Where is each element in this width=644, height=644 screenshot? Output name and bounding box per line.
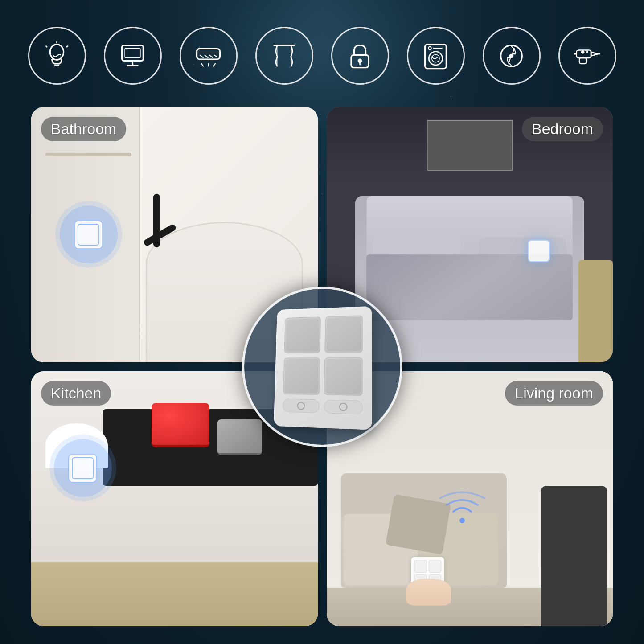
- hand: [406, 579, 451, 606]
- switch-icon-kitchen: [68, 454, 97, 483]
- device-btn-right: [324, 399, 362, 414]
- svg-point-23: [358, 59, 362, 63]
- bathroom-label: Bathroom: [41, 117, 126, 141]
- living-room-label: Living room: [505, 381, 603, 406]
- svg-point-38: [459, 518, 465, 523]
- drill-icon: [558, 27, 616, 85]
- svg-line-5: [66, 45, 68, 47]
- bedroom-label: Bedroom: [522, 117, 603, 141]
- svg-line-14: [209, 55, 213, 57]
- svg-line-13: [205, 55, 209, 57]
- svg-point-31: [509, 54, 513, 58]
- washer-icon: [407, 27, 465, 85]
- bathroom-shelf: [45, 153, 131, 156]
- kitchen-cabinet-front: [31, 562, 318, 626]
- nightstand: [578, 260, 613, 362]
- power-outlet-icon: [483, 27, 541, 85]
- held-switch-btn-2: [429, 560, 442, 573]
- lock-icon: [331, 27, 389, 85]
- center-device-circle: [242, 287, 402, 447]
- device-btn-left: [282, 398, 319, 413]
- wifi-signal-indicator: [435, 483, 489, 529]
- device-button-grid: [282, 315, 363, 420]
- bathroom-switch-indicator: [60, 205, 118, 263]
- device-slot-3: [283, 357, 320, 395]
- bedroom-switch-indicator: [528, 240, 550, 262]
- hand-with-switch: [406, 579, 451, 606]
- bulb-icon: [28, 27, 86, 85]
- bedroom-art: [427, 120, 513, 171]
- svg-point-36: [582, 50, 585, 53]
- kitchen-label: Kitchen: [41, 381, 111, 406]
- svg-rect-33: [579, 57, 586, 63]
- kitchen-pulse-ring: [54, 439, 112, 497]
- device-slot-1: [284, 316, 320, 353]
- icon-row: [31, 18, 613, 94]
- bed-cover: [366, 254, 573, 321]
- device-slot-4: [324, 357, 363, 395]
- monitor-icon: [104, 27, 162, 85]
- room-grid: Bathroom Bedroom: [31, 107, 613, 626]
- device-panel: [273, 306, 372, 430]
- device-button-row: [282, 398, 362, 420]
- svg-line-18: [213, 63, 215, 66]
- main-container: Bathroom Bedroom: [0, 0, 644, 644]
- device-slot-2: [324, 315, 363, 353]
- svg-point-0: [50, 44, 63, 60]
- red-pot: [152, 403, 209, 447]
- svg-line-4: [46, 45, 47, 47]
- dark-chair: [541, 486, 607, 626]
- svg-point-37: [586, 51, 588, 53]
- ac-icon: [180, 27, 238, 85]
- svg-point-28: [428, 46, 431, 49]
- svg-line-16: [201, 63, 203, 66]
- silver-pot: [217, 419, 262, 455]
- pulse-ring: [60, 205, 118, 263]
- svg-rect-9: [125, 48, 140, 58]
- svg-line-12: [200, 55, 204, 57]
- curtain-icon: [255, 27, 313, 85]
- switch-icon-bathroom: [74, 220, 103, 249]
- kitchen-switch-indicator: [54, 439, 112, 497]
- held-switch-btn-1: [414, 560, 427, 573]
- switch-icon-bedroom: [528, 240, 550, 262]
- svg-line-15: [214, 55, 217, 57]
